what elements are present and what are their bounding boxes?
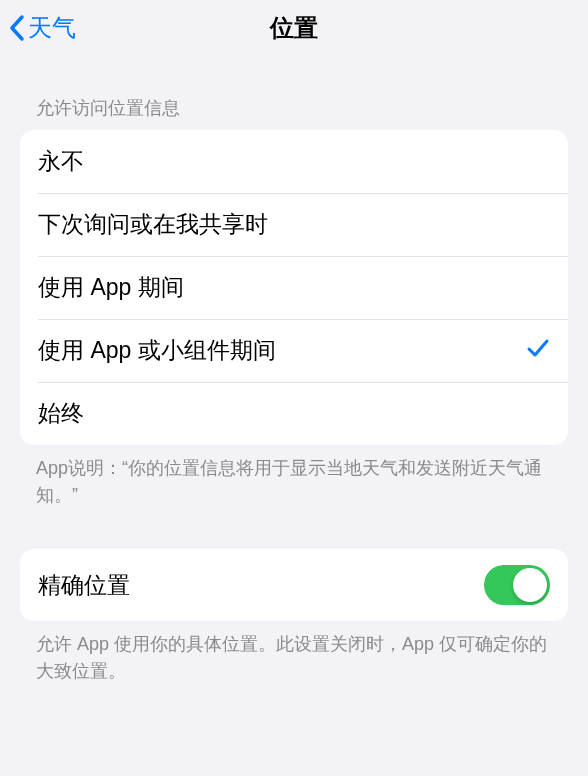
option-label: 始终	[38, 398, 550, 429]
option-while-using-app[interactable]: 使用 App 期间	[20, 256, 568, 319]
option-never[interactable]: 永不	[20, 130, 568, 193]
precise-location-row: 精确位置	[20, 549, 568, 621]
option-label: 下次询问或在我共享时	[38, 209, 550, 240]
page-title: 位置	[0, 12, 588, 44]
chevron-left-icon	[8, 14, 26, 42]
back-button[interactable]: 天气	[8, 12, 76, 44]
option-label: 使用 App 或小组件期间	[38, 335, 526, 366]
option-always[interactable]: 始终	[20, 382, 568, 445]
checkmark-icon	[526, 336, 550, 365]
option-label: 永不	[38, 146, 550, 177]
option-ask-next-time[interactable]: 下次询问或在我共享时	[20, 193, 568, 256]
section-footer-precise: 允许 App 使用你的具体位置。此设置关闭时，App 仅可确定你的大致位置。	[20, 621, 568, 685]
toggle-knob	[513, 568, 547, 602]
navbation-bar: 天气 位置	[0, 0, 588, 56]
section-header-access: 允许访问位置信息	[20, 56, 568, 130]
option-label: 使用 App 期间	[38, 272, 550, 303]
section-footer-access: App说明：“你的位置信息将用于显示当地天气和发送附近天气通知。”	[20, 445, 568, 509]
precise-location-group: 精确位置	[20, 549, 568, 621]
access-options-group: 永不 下次询问或在我共享时 使用 App 期间 使用 App 或小组件期间 始终	[20, 130, 568, 445]
precise-location-toggle[interactable]	[484, 565, 550, 605]
back-label: 天气	[28, 12, 76, 44]
option-while-using-app-or-widgets[interactable]: 使用 App 或小组件期间	[20, 319, 568, 382]
precise-location-label: 精确位置	[38, 570, 484, 601]
